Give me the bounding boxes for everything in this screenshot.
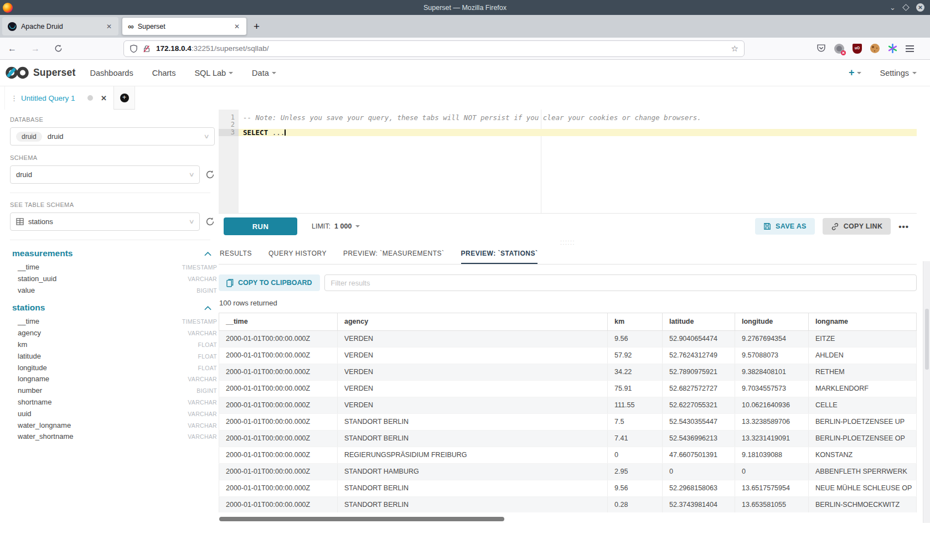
column-type: BIGINT xyxy=(197,387,217,394)
more-options-icon[interactable]: ••• xyxy=(898,222,909,231)
nav-dashboards[interactable]: Dashboards xyxy=(90,69,133,77)
table-cell: 7.41 xyxy=(608,430,663,447)
bookmark-star-icon[interactable]: ☆ xyxy=(731,44,738,54)
reload-icon[interactable] xyxy=(54,44,63,53)
table-cell: 2.95 xyxy=(608,463,663,480)
schema-label: SCHEMA xyxy=(10,154,219,161)
chevron-up-icon[interactable] xyxy=(204,305,211,310)
nav-sql-lab[interactable]: SQL Lab xyxy=(194,69,233,77)
results-tab-preview-stations[interactable]: PREVIEW: `STATIONS` xyxy=(461,250,538,264)
column-header-longname[interactable]: longname xyxy=(809,313,917,330)
copy-link-button[interactable]: COPY LINK xyxy=(823,218,891,235)
insecure-lock-icon[interactable] xyxy=(143,44,151,53)
vertical-scrollbar[interactable] xyxy=(923,261,930,523)
container-extension-icon[interactable]: ✕ xyxy=(834,44,844,54)
column-name: water_shortname xyxy=(18,432,73,440)
horizontal-scrollbar[interactable] xyxy=(219,517,504,521)
browser-tab-label: Apache Druid xyxy=(21,23,105,30)
superset-favicon-icon: ∞ xyxy=(128,22,133,31)
table-cell: STANDORT BERLIN xyxy=(338,413,608,430)
browser-tab-apache-druid[interactable]: Apache Druid ✕ xyxy=(2,17,118,35)
sql-code-editor[interactable]: 1 -- Note: Unless you save your query, t… xyxy=(219,110,917,214)
schema-table-measurements[interactable]: measurements xyxy=(12,248,211,258)
results-tab-preview-measurements[interactable]: PREVIEW: `MEASUREMENTS` xyxy=(343,250,445,264)
url-text[interactable]: 172.18.0.4:32251/superset/sqllab/ xyxy=(156,44,268,53)
table-cell: STANDORT BERLIN xyxy=(338,496,608,512)
schema-table-stations[interactable]: stations xyxy=(12,303,211,313)
add-new-button[interactable]: + xyxy=(849,67,861,79)
filter-results-input[interactable] xyxy=(324,274,917,291)
column-header-latitude[interactable]: latitude xyxy=(663,313,735,330)
save-as-button[interactable]: SAVE AS xyxy=(755,218,815,235)
clipboard-icon xyxy=(226,279,234,287)
table-schema-select[interactable]: stations ∨ xyxy=(10,212,200,231)
schema-column-row: station_uuidVARCHAR xyxy=(18,274,217,286)
schema-select[interactable]: druid ∨ xyxy=(10,165,200,184)
table-cell: 10.0621640936 xyxy=(735,397,809,413)
drag-grip-icon[interactable]: ⋮ xyxy=(11,94,17,102)
database-select[interactable]: druid druid ∨ xyxy=(10,127,215,146)
ublock-origin-icon[interactable]: uO xyxy=(852,44,862,54)
browser-tab-superset[interactable]: ∞ Superset ✕ xyxy=(122,17,247,35)
query-tab-untitled-query-1[interactable]: ⋮ Untitled Query 1 ✕ xyxy=(4,86,114,110)
schema-column-row: shortnameVARCHAR xyxy=(18,398,217,409)
column-name: __time xyxy=(18,317,39,325)
table-cell: 111.55 xyxy=(608,397,663,413)
nav-data[interactable]: Data xyxy=(252,69,276,77)
column-header-time[interactable]: __time xyxy=(219,313,338,330)
column-name: km xyxy=(18,340,27,349)
table-cell: VERDEN xyxy=(338,380,608,397)
schema-column-row: water_shortnameVARCHAR xyxy=(18,432,217,444)
results-table-container[interactable]: __timeagencykmlatitudelongitudelongname … xyxy=(219,313,917,512)
results-tab-query-history[interactable]: QUERY HISTORY xyxy=(268,250,327,264)
superset-logo[interactable]: Superset xyxy=(6,65,76,80)
column-name: agency xyxy=(18,329,41,337)
column-type: VARCHAR xyxy=(188,276,217,282)
nav-charts[interactable]: Charts xyxy=(152,69,176,77)
table-row: 2000-01-01T00:00:00.000ZSTANDORT BERLIN7… xyxy=(219,413,917,430)
tab-close-icon[interactable]: ✕ xyxy=(105,23,113,30)
table-row: 2000-01-01T00:00:00.000ZSTANDORT HAMBURG… xyxy=(219,463,917,480)
column-header-km[interactable]: km xyxy=(608,313,663,330)
schema-column-row: uuidVARCHAR xyxy=(18,409,217,421)
schema-table-name[interactable]: stations xyxy=(12,303,45,313)
pane-resize-handle[interactable]: ∙∙∙∙∙∙∙∙∙∙∙∙ xyxy=(219,239,917,245)
window-maximize-icon[interactable] xyxy=(902,4,910,11)
menu-hamburger-icon[interactable] xyxy=(906,45,914,52)
add-query-tab-button[interactable]: + xyxy=(114,86,135,110)
copy-to-clipboard-button[interactable]: COPY TO CLIPBOARD xyxy=(219,274,320,291)
table-row: 2000-01-01T00:00:00.000ZSTANDORT BERLIN9… xyxy=(219,480,917,496)
new-browser-tab-button[interactable]: + xyxy=(254,20,260,33)
refresh-schema-icon[interactable] xyxy=(205,170,215,179)
schema-column-row: agencyVARCHAR xyxy=(18,329,217,340)
schema-column-list: __timeTIMESTAMPstation_uuidVARCHARvalueB… xyxy=(18,263,217,297)
tab-close-icon[interactable]: ✕ xyxy=(233,23,241,30)
pocket-icon[interactable] xyxy=(817,44,826,53)
run-button[interactable]: RUN xyxy=(224,217,297,235)
window-close-icon[interactable]: ✕ xyxy=(916,3,924,12)
back-icon[interactable]: ← xyxy=(8,44,17,54)
window-minimize-icon[interactable]: ⌄ xyxy=(890,5,896,11)
shield-icon[interactable] xyxy=(130,44,138,53)
schema-table-name[interactable]: measurements xyxy=(12,248,73,258)
url-bar[interactable]: 172.18.0.4:32251/superset/sqllab/ ☆ xyxy=(123,40,745,57)
column-type: VARCHAR xyxy=(188,411,217,417)
limit-label: LIMIT: xyxy=(312,222,330,230)
table-cell: 52.2968158063 xyxy=(663,480,735,496)
close-query-tab-icon[interactable]: ✕ xyxy=(101,94,107,102)
refresh-table-icon[interactable] xyxy=(205,217,215,226)
schema-column-row: longitudeFLOAT xyxy=(18,364,217,375)
limit-dropdown[interactable]: LIMIT: 1 000 xyxy=(312,222,360,230)
cookie-extension-icon[interactable] xyxy=(870,44,880,53)
table-cell: 2000-01-01T00:00:00.000Z xyxy=(219,496,338,512)
table-cell: 2000-01-01T00:00:00.000Z xyxy=(219,463,338,480)
chevron-up-icon[interactable] xyxy=(204,251,211,256)
settings-menu[interactable]: Settings xyxy=(880,69,917,77)
line-number: 2 xyxy=(219,121,239,128)
editor-toolbar: RUN LIMIT: 1 000 SAVE AS COPY LINK ••• xyxy=(219,214,917,239)
column-header-longitude[interactable]: longitude xyxy=(735,313,809,330)
spark-extension-icon[interactable] xyxy=(888,44,897,53)
column-header-agency[interactable]: agency xyxy=(338,313,608,330)
column-type: FLOAT xyxy=(198,365,217,371)
results-tab-results[interactable]: RESULTS xyxy=(220,250,252,264)
